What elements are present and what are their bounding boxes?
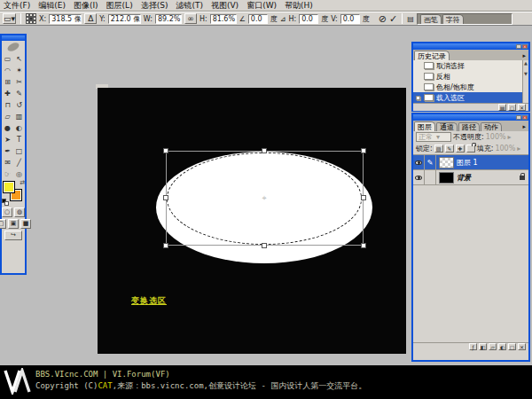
move-tool[interactable]: ↖ bbox=[13, 52, 25, 64]
tab-history[interactable]: 历史记录 bbox=[414, 51, 450, 60]
history-item[interactable]: 取消选择 bbox=[413, 60, 528, 71]
crop-tool[interactable]: ⊞ bbox=[2, 75, 13, 87]
lock-all-button[interactable] bbox=[466, 145, 475, 153]
lasso-tool[interactable]: ◠ bbox=[2, 64, 13, 75]
layer-thumbnail[interactable] bbox=[439, 172, 454, 184]
fullscreen-menu-button[interactable]: ▣ bbox=[8, 219, 19, 229]
history-brush-tool[interactable]: ↺ bbox=[13, 98, 25, 110]
new-layer-button[interactable]: ▢ bbox=[508, 343, 516, 350]
adjustment-layer-button[interactable]: ◐ bbox=[498, 343, 506, 350]
minimize-icon[interactable] bbox=[516, 44, 521, 49]
notes-tool[interactable]: ✉ bbox=[2, 156, 13, 168]
dodge-tool[interactable]: ◐ bbox=[13, 121, 25, 133]
transform-handle-top-right[interactable] bbox=[361, 148, 366, 153]
tab-paths[interactable]: 路径 bbox=[458, 122, 480, 131]
brush-tool[interactable]: ✎ bbox=[13, 87, 25, 98]
delete-state-button[interactable]: ✕ bbox=[518, 104, 526, 111]
quick-mask-mode-button[interactable]: ◍ bbox=[14, 207, 25, 217]
tab-layers[interactable]: 图层 bbox=[414, 121, 435, 131]
history-title-bar[interactable]: × bbox=[413, 43, 528, 50]
menu-layer[interactable]: 图层(L) bbox=[106, 0, 133, 12]
transform-handle-bottom-center[interactable] bbox=[262, 243, 267, 248]
history-source-icon[interactable] bbox=[416, 96, 420, 100]
layer-row-background[interactable]: 背景 bbox=[413, 170, 528, 185]
menu-image[interactable]: 图像(I) bbox=[74, 0, 98, 12]
transform-handle-top-center[interactable] bbox=[262, 148, 267, 153]
panel-menu-icon[interactable]: ▸ bbox=[520, 122, 528, 131]
foreground-color-swatch[interactable] bbox=[3, 181, 15, 193]
height-input[interactable]: 81.6% bbox=[210, 14, 237, 24]
jump-to-imageready-button[interactable]: ↪ bbox=[4, 231, 22, 240]
layer-name[interactable]: 背景 bbox=[457, 173, 471, 183]
eraser-tool[interactable]: ▱ bbox=[2, 110, 13, 121]
y-input[interactable]: 212.0 像 bbox=[108, 14, 141, 24]
transform-handle-middle-left[interactable] bbox=[163, 195, 168, 200]
menu-help[interactable]: 帮助(H) bbox=[285, 0, 313, 12]
layer-name[interactable]: 图层 1 bbox=[457, 158, 478, 168]
new-group-button[interactable]: ▱ bbox=[489, 343, 497, 350]
x-input[interactable]: 318.5 像 bbox=[49, 14, 82, 24]
width-input[interactable]: 89.2% bbox=[155, 14, 182, 24]
palette-well-tab-brushes[interactable]: 画笔 bbox=[420, 14, 442, 24]
file-browser-toggle-icon[interactable]: ▤ bbox=[407, 15, 414, 23]
gradient-tool[interactable]: ▥ bbox=[13, 110, 25, 121]
panel-menu-icon[interactable]: ▸ bbox=[520, 51, 528, 60]
blend-mode-select[interactable]: 正常▾ bbox=[416, 132, 451, 142]
swap-colors-icon[interactable]: ⇄ bbox=[20, 179, 25, 186]
lock-transparency-button[interactable]: ▨ bbox=[434, 145, 443, 153]
menu-file[interactable]: 文件(F) bbox=[4, 0, 30, 12]
tab-actions[interactable]: 动作 bbox=[481, 122, 502, 131]
layers-title-bar[interactable]: × bbox=[413, 114, 528, 121]
standard-screen-button[interactable]: ▢ bbox=[0, 219, 6, 229]
menu-filter[interactable]: 滤镜(T) bbox=[176, 0, 203, 12]
menu-window[interactable]: 窗口(W) bbox=[246, 0, 277, 12]
standard-mode-button[interactable]: ○ bbox=[2, 207, 12, 217]
history-item[interactable]: 色相/饱和度 bbox=[413, 82, 528, 92]
transform-handle-middle-right[interactable] bbox=[361, 195, 366, 200]
lock-paint-button[interactable]: ✎ bbox=[445, 145, 454, 153]
pen-tool[interactable]: ✒ bbox=[2, 145, 13, 156]
layer-row-selected[interactable]: ✎ 图层 1 bbox=[413, 155, 528, 170]
fill-value[interactable]: 100% bbox=[495, 145, 515, 153]
tab-channels[interactable]: 通道 bbox=[436, 122, 458, 131]
skew-h-input[interactable]: 0.0 bbox=[299, 14, 318, 24]
close-icon[interactable]: × bbox=[522, 44, 528, 49]
zoom-tool[interactable]: ◎ bbox=[13, 168, 25, 179]
menu-select[interactable]: 选择(S) bbox=[141, 0, 168, 12]
type-tool[interactable]: T bbox=[13, 133, 25, 145]
minimize-icon[interactable] bbox=[516, 115, 521, 120]
opacity-spinner-icon[interactable]: ▸ bbox=[508, 133, 512, 141]
delete-layer-button[interactable]: ✕ bbox=[518, 343, 526, 350]
menu-edit[interactable]: 编辑(E) bbox=[38, 0, 66, 12]
layer-style-button[interactable]: ƒ bbox=[469, 343, 477, 350]
hand-tool[interactable]: ☞ bbox=[2, 168, 13, 179]
lock-position-button[interactable]: ✚ bbox=[456, 145, 465, 153]
default-colors-icon[interactable] bbox=[2, 199, 9, 206]
transform-reference-point[interactable]: ⌖ bbox=[261, 194, 268, 201]
new-document-from-state-button[interactable]: ▤ bbox=[498, 104, 506, 111]
relative-position-toggle[interactable]: Δ bbox=[84, 13, 97, 24]
close-icon[interactable]: × bbox=[522, 115, 528, 120]
palette-well-tab-character[interactable]: 字符 bbox=[442, 14, 464, 24]
fullscreen-button[interactable]: ■ bbox=[20, 219, 31, 229]
new-snapshot-button[interactable]: ◻ bbox=[508, 104, 516, 111]
shape-tool[interactable]: □ bbox=[13, 145, 25, 156]
path-selection-tool[interactable]: ➤ bbox=[2, 133, 13, 145]
toolbox-title-bar[interactable] bbox=[2, 35, 25, 41]
blur-tool[interactable]: ● bbox=[2, 121, 13, 133]
visibility-eye-icon[interactable] bbox=[415, 176, 422, 180]
history-item-selected[interactable]: 载入选区 bbox=[413, 92, 528, 103]
clone-stamp-tool[interactable]: ⊓ bbox=[2, 98, 13, 110]
history-scrollbar[interactable]: ▲▼ bbox=[522, 60, 528, 103]
transform-handle-bottom-left[interactable] bbox=[163, 243, 168, 248]
skew-v-input[interactable]: 0.0 bbox=[340, 14, 360, 24]
opacity-value[interactable]: 100% bbox=[486, 133, 506, 141]
cancel-transform-button[interactable]: ⊘ bbox=[379, 13, 387, 25]
layer-mask-button[interactable]: ◧ bbox=[479, 343, 487, 350]
eyedropper-tool[interactable]: ╱ bbox=[13, 156, 25, 168]
magic-wand-tool[interactable]: ✶ bbox=[13, 64, 25, 75]
angle-input[interactable]: 0.0 bbox=[248, 14, 268, 24]
menu-view[interactable]: 视图(V) bbox=[211, 0, 239, 12]
healing-brush-tool[interactable]: ✚ bbox=[2, 87, 13, 98]
history-item[interactable]: 反相 bbox=[413, 71, 528, 82]
